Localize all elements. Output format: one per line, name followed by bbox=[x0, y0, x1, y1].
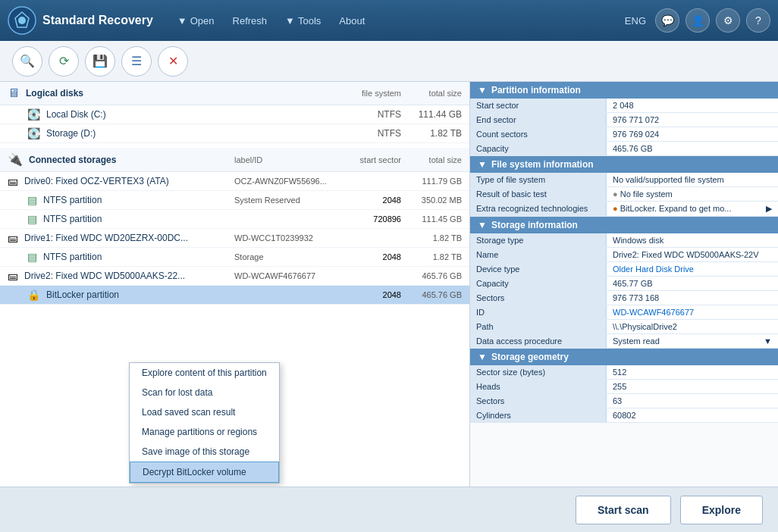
storage-device-type-label: Device type bbox=[470, 262, 607, 276]
col-total-size-header: total size bbox=[401, 89, 462, 98]
fs-basic-test-row: Result of basic test No file system bbox=[470, 187, 778, 202]
search-tool-button[interactable]: 🔍 bbox=[12, 46, 42, 77]
drive1-size: 1.82 TB bbox=[401, 233, 462, 243]
data-access-dropdown-icon[interactable]: ▼ bbox=[764, 336, 772, 346]
disk-d-fs: NTFS bbox=[340, 128, 401, 139]
storage-capacity-row: Capacity 465.77 GB bbox=[470, 277, 778, 291]
settings-button[interactable]: ⚙ bbox=[716, 8, 740, 33]
ntfs1-label: System Reserved bbox=[234, 196, 340, 205]
ctx-load-scan[interactable]: Load saved scan result bbox=[130, 402, 279, 422]
bitlocker-partition[interactable]: 🔒 BitLocker partition 2048 465.76 GB bbox=[0, 286, 469, 305]
ntfs3-icon: ▤ bbox=[27, 251, 37, 263]
disk-item-c[interactable]: 💽 Local Disk (C:) NTFS 111.44 GB bbox=[0, 105, 469, 124]
partition-start-sector-label: Start sector bbox=[470, 99, 607, 112]
storage-sectors-row: Sectors 976 773 168 bbox=[470, 291, 778, 305]
start-scan-button[interactable]: Start scan bbox=[576, 496, 671, 524]
logo-area: Standard Recovery bbox=[8, 6, 153, 35]
ctx-save-image[interactable]: Save image of this storage bbox=[130, 442, 279, 462]
partition-count-sectors-row: Count sectors 976 769 024 bbox=[470, 127, 778, 142]
storage-type-label: Storage type bbox=[470, 233, 607, 247]
scan-tool-button[interactable]: ⟳ bbox=[49, 46, 79, 77]
list-tool-button[interactable]: ☰ bbox=[121, 46, 152, 77]
bitlocker-ss: 2048 bbox=[340, 290, 401, 299]
nav-refresh[interactable]: Refresh bbox=[224, 11, 277, 31]
partition-info-header: ▼ Partition information bbox=[470, 82, 778, 99]
disk-item-d[interactable]: 💽 Storage (D:) NTFS 1.82 TB bbox=[0, 124, 469, 143]
storage-data-access-value[interactable]: System read ▼ bbox=[607, 334, 778, 348]
partition-capacity-value: 465.76 GB bbox=[607, 142, 778, 155]
connected-storages-header: 🔌 Connected storages label/ID start sect… bbox=[0, 148, 469, 172]
left-panel: 🖥 Logical disks file system total size 💽… bbox=[0, 82, 470, 487]
drive1-item[interactable]: 🖴 Drive1: Fixed WDC WD20EZRX-00DC... WD-… bbox=[0, 229, 469, 248]
disk-c-size: 111.44 GB bbox=[401, 109, 462, 120]
storage-id-row: ID WD-WCAWF4676677 bbox=[470, 305, 778, 320]
nav-menu: ▼ Open Refresh ▼ Tools About bbox=[168, 11, 625, 31]
partition-count-sectors-label: Count sectors bbox=[470, 127, 607, 141]
disk-c-name: Local Disk (C:) bbox=[46, 109, 340, 120]
header-right: ENG 💬 👤 ⚙ ? bbox=[625, 8, 770, 33]
storage-data-access-label: Data access procedure bbox=[470, 334, 607, 348]
nav-about[interactable]: About bbox=[330, 11, 374, 31]
open-arrow-icon: ▼ bbox=[177, 15, 187, 27]
ntfs3-label: Storage bbox=[234, 252, 340, 261]
context-menu: Explore content of this partition Scan f… bbox=[129, 362, 280, 483]
fs-type-row: Type of file system No valid/supported f… bbox=[470, 173, 778, 187]
logical-disks-icon: 🖥 bbox=[8, 86, 20, 100]
storage-path-row: Path \\.\PhysicalDrive2 bbox=[470, 320, 778, 334]
drive0-size: 111.79 GB bbox=[401, 177, 462, 186]
close-tool-button[interactable]: ✕ bbox=[158, 46, 188, 77]
storage-name-row: Name Drive2: Fixed WDC WD5000AAKS-22V bbox=[470, 248, 778, 262]
ntfs3-ss: 2048 bbox=[340, 252, 401, 261]
nav-open[interactable]: ▼ Open bbox=[168, 11, 224, 31]
storage-path-value: \\.\PhysicalDrive2 bbox=[607, 320, 778, 333]
bitlocker-size: 465.76 GB bbox=[401, 290, 462, 299]
storage-geometry-arrow: ▼ bbox=[478, 352, 487, 362]
nav-tools[interactable]: ▼ Tools bbox=[276, 11, 330, 31]
save-tool-button[interactable]: 💾 bbox=[85, 46, 115, 77]
drive1-label: WD-WCC1T0239932 bbox=[234, 233, 340, 243]
drive2-icon: 🖴 bbox=[8, 270, 18, 282]
storage-path-label: Path bbox=[470, 320, 607, 333]
fs-extra-tech-label: Extra recognized technologies bbox=[470, 202, 607, 216]
app-logo-icon bbox=[8, 6, 36, 35]
ctx-manage-partitions[interactable]: Manage partitions or regions bbox=[130, 422, 279, 442]
ctx-decrypt-bitlocker[interactable]: Decrypt BitLocker volume bbox=[130, 462, 279, 483]
partition-end-sector-value: 976 771 072 bbox=[607, 113, 778, 127]
storage-id-value: WD-WCAWF4676677 bbox=[607, 305, 778, 319]
drive2-item[interactable]: 🖴 Drive2: Fixed WDC WD5000AAKS-22... WD-… bbox=[0, 267, 469, 286]
ntfs-partition-2[interactable]: ▤ NTFS partition 720896 111.45 GB bbox=[0, 210, 469, 229]
help-button[interactable]: ? bbox=[746, 8, 770, 33]
svg-point-2 bbox=[18, 17, 26, 24]
geometry-sectors-row: Sectors 63 bbox=[470, 394, 778, 408]
language-label: ENG bbox=[625, 15, 646, 27]
explore-button[interactable]: Explore bbox=[680, 496, 763, 524]
connected-storages-title: Connected storages bbox=[29, 155, 116, 165]
drive0-item[interactable]: 🖴 Drive0: Fixed OCZ-VERTEX3 (ATA) OCZ-AW… bbox=[0, 172, 469, 191]
expand-arrow-icon[interactable]: ▶ bbox=[766, 204, 772, 214]
ntfs2-name: NTFS partition bbox=[43, 214, 234, 224]
geometry-cylinders-row: Cylinders 60802 bbox=[470, 408, 778, 423]
geometry-sector-size-value: 512 bbox=[607, 365, 778, 379]
ctx-explore-content[interactable]: Explore content of this partition bbox=[130, 363, 279, 383]
fs-basic-test-label: Result of basic test bbox=[470, 187, 607, 201]
disk-c-fs: NTFS bbox=[340, 109, 401, 120]
geometry-heads-value: 255 bbox=[607, 380, 778, 393]
disk-d-icon: 💽 bbox=[27, 127, 40, 139]
ntfs-partition-3[interactable]: ▤ NTFS partition Storage 2048 1.82 TB bbox=[0, 248, 469, 267]
ctx-scan-lost-data[interactable]: Scan for lost data bbox=[130, 383, 279, 402]
account-button[interactable]: 👤 bbox=[685, 8, 710, 33]
drive1-name: Drive1: Fixed WDC WD20EZRX-00DC... bbox=[24, 233, 234, 243]
storage-name-value: Drive2: Fixed WDC WD5000AAKS-22V bbox=[607, 248, 778, 261]
logical-disks-title: Logical disks bbox=[26, 88, 83, 99]
partition-end-sector-row: End sector 976 771 072 bbox=[470, 113, 778, 127]
storage-type-row: Storage type Windows disk bbox=[470, 233, 778, 248]
fs-basic-test-value: No file system bbox=[607, 187, 778, 201]
storage-info-arrow: ▼ bbox=[478, 220, 487, 230]
messages-button[interactable]: 💬 bbox=[655, 8, 679, 33]
storage-id-label: ID bbox=[470, 305, 607, 319]
drive1-icon: 🖴 bbox=[8, 232, 18, 244]
storage-device-type-value: Older Hard Disk Drive bbox=[607, 262, 778, 276]
ntfs-partition-1[interactable]: ▤ NTFS partition System Reserved 2048 35… bbox=[0, 191, 469, 210]
geometry-sector-size-row: Sector size (bytes) 512 bbox=[470, 365, 778, 380]
partition-capacity-label: Capacity bbox=[470, 142, 607, 155]
